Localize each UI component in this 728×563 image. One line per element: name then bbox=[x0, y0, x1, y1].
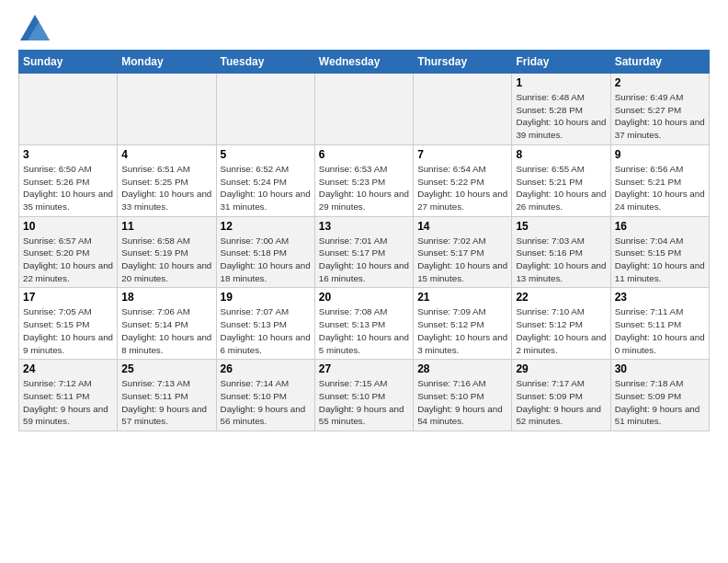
day-number: 26 bbox=[221, 362, 311, 375]
calendar-cell bbox=[216, 74, 314, 145]
day-number: 15 bbox=[516, 220, 606, 233]
day-info: Sunrise: 7:13 AM Sunset: 5:11 PM Dayligh… bbox=[121, 377, 211, 428]
logo bbox=[18, 18, 50, 40]
day-number: 23 bbox=[615, 291, 705, 304]
day-number: 11 bbox=[121, 220, 211, 233]
day-number: 17 bbox=[23, 291, 113, 304]
day-info: Sunrise: 7:05 AM Sunset: 5:15 PM Dayligh… bbox=[23, 305, 113, 356]
calendar-cell: 12Sunrise: 7:00 AM Sunset: 5:18 PM Dayli… bbox=[216, 216, 314, 288]
day-info: Sunrise: 7:02 AM Sunset: 5:17 PM Dayligh… bbox=[417, 235, 507, 285]
calendar-cell: 17Sunrise: 7:05 AM Sunset: 5:15 PM Dayli… bbox=[19, 288, 118, 360]
day-number: 4 bbox=[121, 148, 211, 161]
day-info: Sunrise: 6:53 AM Sunset: 5:23 PM Dayligh… bbox=[319, 163, 409, 213]
page: SundayMondayTuesdayWednesdayThursdayFrid… bbox=[0, 0, 728, 441]
day-info: Sunrise: 6:56 AM Sunset: 5:21 PM Dayligh… bbox=[615, 163, 705, 213]
weekday-header: Thursday bbox=[414, 51, 512, 74]
day-number: 16 bbox=[615, 220, 705, 233]
day-info: Sunrise: 6:58 AM Sunset: 5:19 PM Dayligh… bbox=[121, 235, 211, 285]
day-number: 6 bbox=[319, 148, 409, 161]
day-number: 21 bbox=[417, 291, 507, 304]
day-number: 25 bbox=[121, 362, 211, 375]
calendar-week-row: 3Sunrise: 6:50 AM Sunset: 5:26 PM Daylig… bbox=[19, 144, 710, 216]
weekday-header: Monday bbox=[118, 51, 216, 74]
day-number: 29 bbox=[516, 362, 606, 375]
day-number: 27 bbox=[319, 362, 409, 375]
calendar-week-row: 24Sunrise: 7:12 AM Sunset: 5:11 PM Dayli… bbox=[19, 360, 710, 431]
day-info: Sunrise: 6:52 AM Sunset: 5:24 PM Dayligh… bbox=[221, 163, 311, 213]
day-number: 5 bbox=[221, 148, 311, 161]
day-info: Sunrise: 6:50 AM Sunset: 5:26 PM Dayligh… bbox=[23, 163, 113, 213]
calendar-cell: 19Sunrise: 7:07 AM Sunset: 5:13 PM Dayli… bbox=[216, 288, 314, 360]
weekday-header: Wednesday bbox=[314, 51, 413, 74]
day-number: 2 bbox=[615, 76, 705, 89]
calendar-cell: 24Sunrise: 7:12 AM Sunset: 5:11 PM Dayli… bbox=[19, 360, 118, 431]
day-info: Sunrise: 7:08 AM Sunset: 5:13 PM Dayligh… bbox=[319, 305, 409, 356]
day-number: 28 bbox=[417, 362, 507, 375]
calendar-cell: 13Sunrise: 7:01 AM Sunset: 5:17 PM Dayli… bbox=[314, 216, 413, 288]
day-info: Sunrise: 6:51 AM Sunset: 5:25 PM Dayligh… bbox=[121, 163, 211, 213]
logo-icon bbox=[20, 15, 50, 40]
calendar-cell bbox=[314, 74, 413, 145]
calendar-week-row: 17Sunrise: 7:05 AM Sunset: 5:15 PM Dayli… bbox=[19, 288, 710, 360]
calendar-cell: 7Sunrise: 6:54 AM Sunset: 5:22 PM Daylig… bbox=[414, 144, 512, 216]
day-info: Sunrise: 7:03 AM Sunset: 5:16 PM Dayligh… bbox=[516, 235, 606, 285]
calendar-cell: 2Sunrise: 6:49 AM Sunset: 5:27 PM Daylig… bbox=[610, 74, 709, 145]
calendar-cell: 29Sunrise: 7:17 AM Sunset: 5:09 PM Dayli… bbox=[512, 360, 610, 431]
calendar-cell: 30Sunrise: 7:18 AM Sunset: 5:09 PM Dayli… bbox=[610, 360, 709, 431]
day-info: Sunrise: 7:09 AM Sunset: 5:12 PM Dayligh… bbox=[417, 305, 507, 356]
header-row: SundayMondayTuesdayWednesdayThursdayFrid… bbox=[19, 51, 710, 74]
day-number: 12 bbox=[221, 220, 311, 233]
calendar-cell: 14Sunrise: 7:02 AM Sunset: 5:17 PM Dayli… bbox=[414, 216, 512, 288]
day-number: 1 bbox=[516, 76, 606, 89]
day-info: Sunrise: 7:07 AM Sunset: 5:13 PM Dayligh… bbox=[221, 305, 311, 356]
weekday-header: Sunday bbox=[19, 51, 118, 74]
weekday-header: Friday bbox=[512, 51, 610, 74]
calendar-cell bbox=[118, 74, 216, 145]
day-number: 30 bbox=[615, 362, 705, 375]
day-info: Sunrise: 6:57 AM Sunset: 5:20 PM Dayligh… bbox=[23, 235, 113, 285]
day-info: Sunrise: 7:12 AM Sunset: 5:11 PM Dayligh… bbox=[23, 377, 113, 428]
day-number: 22 bbox=[516, 291, 606, 304]
calendar-cell bbox=[19, 74, 118, 145]
calendar-cell: 20Sunrise: 7:08 AM Sunset: 5:13 PM Dayli… bbox=[314, 288, 413, 360]
calendar-cell: 15Sunrise: 7:03 AM Sunset: 5:16 PM Dayli… bbox=[512, 216, 610, 288]
calendar-cell: 22Sunrise: 7:10 AM Sunset: 5:12 PM Dayli… bbox=[512, 288, 610, 360]
day-number: 20 bbox=[319, 291, 409, 304]
day-info: Sunrise: 6:55 AM Sunset: 5:21 PM Dayligh… bbox=[516, 163, 606, 213]
calendar-cell: 5Sunrise: 6:52 AM Sunset: 5:24 PM Daylig… bbox=[216, 144, 314, 216]
day-info: Sunrise: 6:49 AM Sunset: 5:27 PM Dayligh… bbox=[615, 91, 705, 142]
day-number: 10 bbox=[23, 220, 113, 233]
day-info: Sunrise: 7:15 AM Sunset: 5:10 PM Dayligh… bbox=[319, 377, 409, 428]
day-info: Sunrise: 7:00 AM Sunset: 5:18 PM Dayligh… bbox=[221, 235, 311, 285]
day-info: Sunrise: 7:16 AM Sunset: 5:10 PM Dayligh… bbox=[417, 377, 507, 428]
calendar-cell: 1Sunrise: 6:48 AM Sunset: 5:28 PM Daylig… bbox=[512, 74, 610, 145]
day-info: Sunrise: 7:14 AM Sunset: 5:10 PM Dayligh… bbox=[221, 377, 311, 428]
header-area bbox=[18, 15, 710, 40]
calendar-cell: 8Sunrise: 6:55 AM Sunset: 5:21 PM Daylig… bbox=[512, 144, 610, 216]
calendar-week-row: 10Sunrise: 6:57 AM Sunset: 5:20 PM Dayli… bbox=[19, 216, 710, 288]
day-info: Sunrise: 6:48 AM Sunset: 5:28 PM Dayligh… bbox=[516, 91, 606, 142]
day-number: 9 bbox=[615, 148, 705, 161]
day-number: 24 bbox=[23, 362, 113, 375]
day-info: Sunrise: 7:18 AM Sunset: 5:09 PM Dayligh… bbox=[615, 377, 705, 428]
day-number: 7 bbox=[417, 148, 507, 161]
calendar-cell: 28Sunrise: 7:16 AM Sunset: 5:10 PM Dayli… bbox=[414, 360, 512, 431]
day-info: Sunrise: 7:10 AM Sunset: 5:12 PM Dayligh… bbox=[516, 305, 606, 356]
day-number: 3 bbox=[23, 148, 113, 161]
day-info: Sunrise: 7:11 AM Sunset: 5:11 PM Dayligh… bbox=[615, 305, 705, 356]
day-info: Sunrise: 7:01 AM Sunset: 5:17 PM Dayligh… bbox=[319, 235, 409, 285]
day-number: 13 bbox=[319, 220, 409, 233]
weekday-header: Saturday bbox=[610, 51, 709, 74]
calendar-cell: 6Sunrise: 6:53 AM Sunset: 5:23 PM Daylig… bbox=[314, 144, 413, 216]
calendar-table: SundayMondayTuesdayWednesdayThursdayFrid… bbox=[18, 50, 710, 431]
weekday-header: Tuesday bbox=[216, 51, 314, 74]
calendar-cell: 25Sunrise: 7:13 AM Sunset: 5:11 PM Dayli… bbox=[118, 360, 216, 431]
calendar-week-row: 1Sunrise: 6:48 AM Sunset: 5:28 PM Daylig… bbox=[19, 74, 710, 145]
calendar-cell: 27Sunrise: 7:15 AM Sunset: 5:10 PM Dayli… bbox=[314, 360, 413, 431]
day-number: 14 bbox=[417, 220, 507, 233]
calendar-cell: 10Sunrise: 6:57 AM Sunset: 5:20 PM Dayli… bbox=[19, 216, 118, 288]
calendar-cell: 3Sunrise: 6:50 AM Sunset: 5:26 PM Daylig… bbox=[19, 144, 118, 216]
calendar-cell: 4Sunrise: 6:51 AM Sunset: 5:25 PM Daylig… bbox=[118, 144, 216, 216]
day-number: 8 bbox=[516, 148, 606, 161]
calendar-cell: 18Sunrise: 7:06 AM Sunset: 5:14 PM Dayli… bbox=[118, 288, 216, 360]
